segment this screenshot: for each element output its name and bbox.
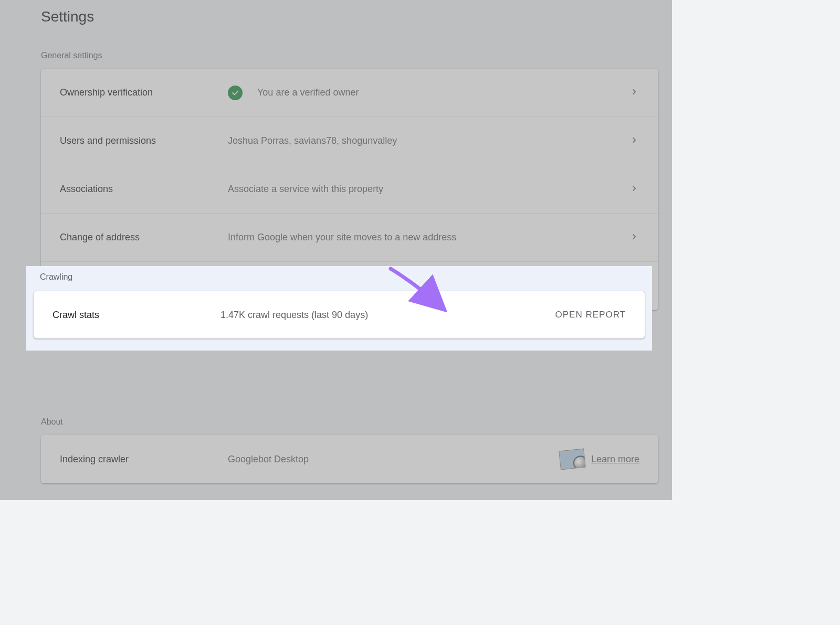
row-change-of-address[interactable]: Change of address Inform Google when you…	[41, 214, 658, 262]
row-label-crawl-stats: Crawl stats	[52, 310, 220, 321]
thumbnail-image-icon	[559, 449, 586, 470]
section-header-crawling: Crawling	[40, 272, 645, 282]
row-ownership-verification[interactable]: Ownership verification You are a verifie…	[41, 69, 658, 117]
row-users-permissions[interactable]: Users and permissions Joshua Porras, sav…	[41, 117, 658, 165]
row-value-indexing: Googlebot Desktop	[228, 454, 560, 465]
learn-more-link[interactable]: Learn more	[591, 454, 639, 465]
chevron-right-icon	[629, 231, 639, 244]
row-associations[interactable]: Associations Associate a service with th…	[41, 165, 658, 214]
row-label-address: Change of address	[60, 232, 228, 243]
chevron-right-icon	[629, 135, 639, 147]
row-value-users: Joshua Porras, savians78, shogunvalley	[228, 135, 629, 146]
row-value-ownership: You are a verified owner	[228, 86, 629, 100]
verified-check-icon	[228, 86, 243, 100]
settings-container: Settings General settings Ownership veri…	[0, 0, 672, 483]
section-header-about: About	[41, 417, 658, 427]
row-label-indexing: Indexing crawler	[60, 454, 228, 465]
crawling-highlight-section: Crawling Crawl stats 1.47K crawl request…	[26, 266, 652, 351]
about-card: Indexing crawler Googlebot Desktop Learn…	[41, 435, 658, 483]
chevron-right-icon	[629, 183, 639, 196]
ownership-status-text: You are a verified owner	[257, 87, 359, 98]
crawling-card: Crawl stats 1.47K crawl requests (last 9…	[34, 291, 645, 338]
row-label-users: Users and permissions	[60, 135, 228, 146]
row-indexing-crawler[interactable]: Indexing crawler Googlebot Desktop Learn…	[41, 435, 658, 483]
row-value-address: Inform Google when your site moves to a …	[228, 232, 629, 243]
row-value-associations: Associate a service with this property	[228, 184, 629, 195]
row-value-crawl-stats: 1.47K crawl requests (last 90 days)	[220, 310, 555, 321]
row-crawl-stats[interactable]: Crawl stats 1.47K crawl requests (last 9…	[34, 291, 645, 338]
chevron-right-icon	[629, 87, 639, 99]
row-label-associations: Associations	[60, 184, 228, 195]
page-title: Settings	[41, 8, 658, 38]
open-report-button[interactable]: OPEN REPORT	[555, 310, 626, 320]
row-label-ownership: Ownership verification	[60, 87, 228, 98]
section-header-general: General settings	[41, 51, 658, 60]
